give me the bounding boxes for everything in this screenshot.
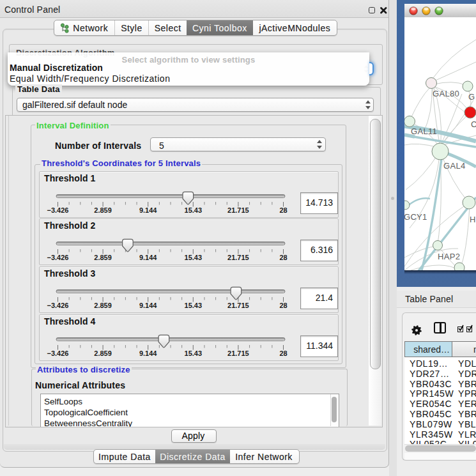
svg-text:15.43: 15.43 bbox=[185, 206, 203, 214]
svg-text:15.43: 15.43 bbox=[185, 302, 203, 309]
svg-text:G…: G… bbox=[468, 92, 476, 102]
svg-text:9.144: 9.144 bbox=[139, 302, 157, 309]
svg-text:28: 28 bbox=[279, 254, 287, 261]
svg-text:GAL4: GAL4 bbox=[443, 161, 465, 171]
svg-text:−3.426: −3.426 bbox=[47, 254, 69, 261]
svg-text:28: 28 bbox=[279, 302, 287, 309]
svg-text:9.144: 9.144 bbox=[139, 349, 157, 357]
svg-text:GAL80: GAL80 bbox=[433, 89, 459, 98]
svg-text:2.859: 2.859 bbox=[94, 206, 112, 214]
svg-text:15.43: 15.43 bbox=[185, 349, 203, 357]
svg-text:H: H bbox=[470, 215, 476, 224]
svg-text:HAP2: HAP2 bbox=[438, 252, 460, 261]
svg-text:GCY1: GCY1 bbox=[404, 212, 427, 222]
svg-text:C…: C… bbox=[471, 119, 476, 129]
svg-text:21.715: 21.715 bbox=[227, 254, 249, 261]
svg-text:2.859: 2.859 bbox=[94, 349, 112, 357]
svg-text:28: 28 bbox=[279, 206, 287, 214]
svg-text:−3.426: −3.426 bbox=[47, 349, 69, 357]
svg-text:28: 28 bbox=[279, 349, 287, 357]
svg-text:GAL11: GAL11 bbox=[411, 127, 437, 136]
svg-text:9.144: 9.144 bbox=[139, 254, 157, 261]
svg-text:21.715: 21.715 bbox=[227, 206, 249, 214]
svg-text:21.715: 21.715 bbox=[227, 302, 249, 309]
svg-text:21.715: 21.715 bbox=[227, 349, 249, 357]
svg-text:15.43: 15.43 bbox=[185, 254, 203, 261]
svg-text:2.859: 2.859 bbox=[94, 254, 112, 261]
svg-text:9.144: 9.144 bbox=[139, 206, 157, 214]
svg-text:−3.426: −3.426 bbox=[47, 206, 69, 214]
svg-text:2.859: 2.859 bbox=[94, 302, 112, 309]
svg-text:−3.426: −3.426 bbox=[47, 302, 69, 309]
